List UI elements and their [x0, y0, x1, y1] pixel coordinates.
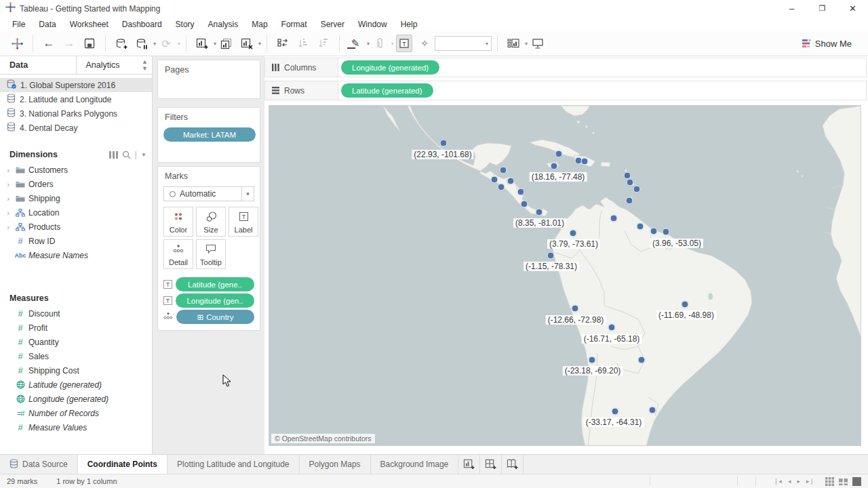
sheet-tab-background-image[interactable]: Background Image	[371, 455, 459, 474]
highlight-icon[interactable]: ✎	[347, 35, 363, 52]
next-page-icon[interactable]: ▸	[797, 478, 800, 485]
panel-sort-icon[interactable]: ▲▼	[142, 58, 148, 72]
field-item[interactable]: #Shipping Cost	[0, 363, 152, 378]
pause-updates-icon[interactable]	[134, 35, 150, 52]
map-point[interactable]	[682, 301, 689, 308]
menu-item-map[interactable]: Map	[245, 18, 274, 30]
field-item[interactable]: Latitude (generated)	[0, 378, 152, 392]
menu-item-file[interactable]: File	[5, 18, 32, 30]
data-source-item[interactable]: 3. National Parks Polygons	[0, 106, 152, 121]
data-source-item[interactable]: 2. Latitude and Longitude	[0, 92, 152, 106]
mark-pill[interactable]: Longitude (gen..	[176, 293, 254, 308]
color-button[interactable]: Color	[163, 207, 193, 237]
highlight-caret-icon[interactable]: ▾	[367, 41, 370, 47]
field-item[interactable]: #Sales	[0, 349, 152, 363]
mark-pill[interactable]: Latitude (gene..	[176, 277, 254, 291]
field-item[interactable]: #Discount	[0, 306, 152, 321]
menu-item-dashboard[interactable]: Dashboard	[115, 18, 169, 30]
tooltip-button[interactable]: Tooltip	[196, 239, 226, 269]
last-page-icon[interactable]: ▸❘	[806, 478, 814, 485]
sheet-tab-plotting-latitude-and-longitude[interactable]: Plotting Latitude and Longitude	[167, 455, 299, 474]
show-tabs-icon[interactable]	[852, 477, 861, 486]
filter-pill[interactable]: Market: LATAM	[163, 127, 256, 142]
tab-analytics[interactable]: Analytics ▲▼	[77, 56, 153, 74]
menu-item-worksheet[interactable]: Worksheet	[63, 18, 115, 30]
mark-type-caret-icon[interactable]: ▼	[241, 187, 254, 201]
map-point[interactable]	[663, 228, 670, 236]
new-worksheet-caret-icon[interactable]: ▾	[214, 41, 216, 47]
sort-ascending-icon[interactable]	[295, 35, 311, 52]
detail-button[interactable]: Detail	[163, 239, 193, 269]
map-point[interactable]	[551, 163, 558, 170]
new-data-source-icon[interactable]	[113, 35, 130, 52]
field-item[interactable]: Longitude (generated)	[0, 392, 152, 406]
columns-pill[interactable]: Longitude (generated)	[341, 60, 439, 75]
tableau-start-icon[interactable]	[9, 35, 25, 52]
map-view[interactable]: (22.93, -101.68)(18.16, -77.48)(8.35, -8…	[269, 105, 861, 446]
field-item[interactable]: ›Orders	[0, 177, 152, 191]
view-data-icon[interactable]	[109, 151, 118, 159]
map-point[interactable]	[650, 228, 658, 235]
map-point[interactable]	[608, 324, 616, 331]
label-button[interactable]: TLabel	[229, 207, 258, 237]
expand-arrow-icon[interactable]: ›	[4, 166, 12, 174]
field-item[interactable]: AbcMeasure Names	[0, 248, 152, 262]
dimensions-menu-caret-icon[interactable]: ▼	[141, 152, 146, 158]
close-button[interactable]: ✕	[837, 0, 868, 17]
prev-page-icon[interactable]: ◂	[788, 478, 791, 485]
field-item[interactable]: #Measure Values	[0, 420, 152, 434]
map-point[interactable]	[500, 167, 507, 174]
show-filmstrip-icon[interactable]	[839, 477, 848, 486]
map-point[interactable]	[555, 150, 563, 158]
data-source-item[interactable]: 1. Global Superstore 2016	[0, 78, 152, 92]
map-point[interactable]	[536, 209, 543, 216]
map-point[interactable]	[610, 215, 618, 222]
map-point[interactable]	[517, 188, 525, 196]
map-point[interactable]	[507, 178, 515, 185]
map-point[interactable]	[627, 179, 634, 186]
tab-data[interactable]: Data	[0, 56, 77, 74]
group-members-icon[interactable]	[372, 35, 388, 52]
map-point[interactable]	[547, 252, 555, 260]
field-item[interactable]: #Profit	[0, 321, 152, 335]
sort-descending-icon[interactable]	[315, 35, 332, 52]
show-mark-labels-icon[interactable]: T	[396, 35, 412, 52]
show-me-button[interactable]: Show Me	[802, 39, 861, 49]
menu-item-format[interactable]: Format	[275, 18, 314, 30]
sheet-tab-coordinate-points[interactable]: Coordinate Points	[78, 455, 167, 474]
expand-arrow-icon[interactable]: ›	[4, 209, 12, 217]
new-story-button[interactable]	[502, 455, 524, 474]
undo-icon[interactable]: ←	[41, 35, 57, 52]
map-point[interactable]	[570, 230, 577, 237]
find-field-icon[interactable]	[122, 150, 131, 159]
show-hide-cards-caret-icon[interactable]: ▾	[525, 41, 528, 47]
field-item[interactable]: ›Location	[0, 205, 152, 220]
size-button[interactable]: Size	[196, 207, 226, 237]
map-point[interactable]	[440, 140, 448, 147]
expand-arrow-icon[interactable]: ›	[4, 180, 12, 188]
map-point[interactable]	[626, 197, 633, 205]
fit-dropdown[interactable]: ▾	[435, 36, 492, 51]
save-icon[interactable]	[81, 35, 98, 52]
new-worksheet-button[interactable]	[458, 455, 480, 474]
swap-rows-columns-icon[interactable]	[275, 35, 291, 52]
field-item[interactable]: =#Number of Records	[0, 406, 152, 420]
restore-button[interactable]: ❐	[807, 0, 837, 17]
new-dashboard-button[interactable]	[480, 455, 502, 474]
map-point[interactable]	[637, 223, 644, 230]
field-item[interactable]: #Row ID	[0, 234, 152, 248]
map-point[interactable]	[491, 176, 498, 184]
menu-item-help[interactable]: Help	[394, 18, 425, 30]
rows-pill[interactable]: Latitude (generated)	[341, 83, 433, 98]
map-point[interactable]	[572, 305, 579, 312]
minimize-button[interactable]: –	[776, 0, 807, 17]
field-item[interactable]: #Quantity	[0, 335, 152, 349]
map-point[interactable]	[633, 186, 641, 193]
clear-sheet-icon[interactable]	[239, 35, 255, 52]
field-item[interactable]: ›Products	[0, 220, 152, 234]
data-source-item[interactable]: 4. Dental Decay	[0, 121, 152, 135]
clear-sheet-caret-icon[interactable]: ▾	[258, 41, 261, 47]
menu-item-data[interactable]: Data	[32, 18, 62, 30]
mark-type-dropdown[interactable]: Automatic ▼	[163, 186, 254, 201]
map-point[interactable]	[521, 201, 528, 208]
